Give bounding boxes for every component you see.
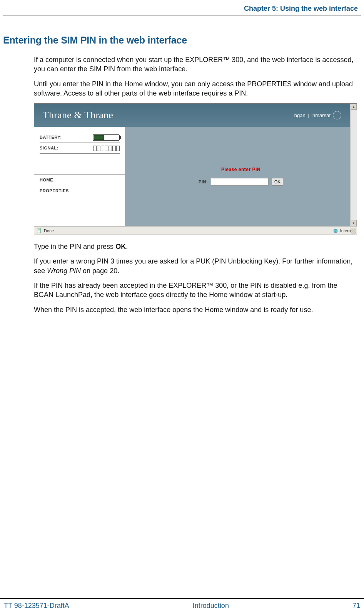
svg-rect-1	[38, 229, 40, 230]
brand-bgan: bgan	[294, 112, 306, 118]
screenshot-main: Please enter PIN PIN: OK	[125, 127, 357, 226]
page-footer: TT 98-123571-DraftA Introduction 71	[0, 598, 364, 616]
pin-input[interactable]	[211, 178, 269, 186]
scroll-down-icon[interactable]: ▼	[351, 220, 357, 226]
battery-icon	[93, 134, 120, 141]
brand-inmarsat: inmarsat	[311, 112, 331, 118]
sidebar-item-home[interactable]: HOME	[34, 175, 125, 185]
screenshot-web-interface: Thrane & Thrane bgan | inmarsat BATTERY:…	[34, 103, 357, 235]
page-icon	[37, 228, 42, 233]
screenshot-sidebar: BATTERY: SIGNAL: HOME PROPERTIES	[34, 127, 125, 226]
sidebar-item-properties[interactable]: PROPERTIES	[34, 185, 125, 196]
status-done: Done	[44, 228, 54, 233]
footer-right: 71	[352, 602, 360, 610]
pin-label: PIN:	[199, 180, 208, 184]
svg-rect-2	[38, 230, 40, 230]
signal-row: SIGNAL:	[40, 143, 120, 154]
para-6: When the PIN is accepted, the web interf…	[34, 305, 356, 314]
footer-center: Introduction	[193, 602, 229, 610]
scroll-up-icon[interactable]: ▲	[351, 104, 357, 110]
svg-rect-0	[37, 228, 41, 233]
scrollbar[interactable]: ▲ ▼	[350, 104, 357, 226]
section-title: Entering the SIM PIN in the web interfac…	[3, 35, 364, 46]
brand-logo: Thrane & Thrane	[43, 109, 113, 121]
para-1: If a computer is connected when you star…	[34, 55, 356, 74]
resize-grip-icon[interactable]	[351, 228, 356, 234]
para-2: Until you enter the PIN in the Home wind…	[34, 79, 356, 98]
chapter-header: Chapter 5: Using the web interface	[3, 0, 361, 15]
ok-button[interactable]: OK	[272, 178, 283, 186]
para-3: Type in the PIN and press OK.	[34, 242, 356, 251]
enter-pin-message: Please enter PIN	[221, 167, 260, 172]
battery-label: BATTERY:	[40, 135, 62, 139]
screenshot-header: Thrane & Thrane bgan | inmarsat	[34, 104, 357, 127]
brand-right: bgan | inmarsat	[294, 111, 341, 119]
browser-status-bar: Done Internet	[34, 226, 357, 235]
battery-row: BATTERY:	[40, 132, 120, 143]
para-4: If you enter a wrong PIN 3 times you are…	[34, 257, 356, 275]
signal-icon	[93, 146, 120, 151]
footer-left: TT 98-123571-DraftA	[4, 602, 69, 610]
para-5: If the PIN has already been accepted in …	[34, 281, 356, 300]
satellite-icon	[333, 111, 341, 119]
signal-label: SIGNAL:	[40, 146, 58, 150]
internet-icon	[333, 228, 338, 233]
